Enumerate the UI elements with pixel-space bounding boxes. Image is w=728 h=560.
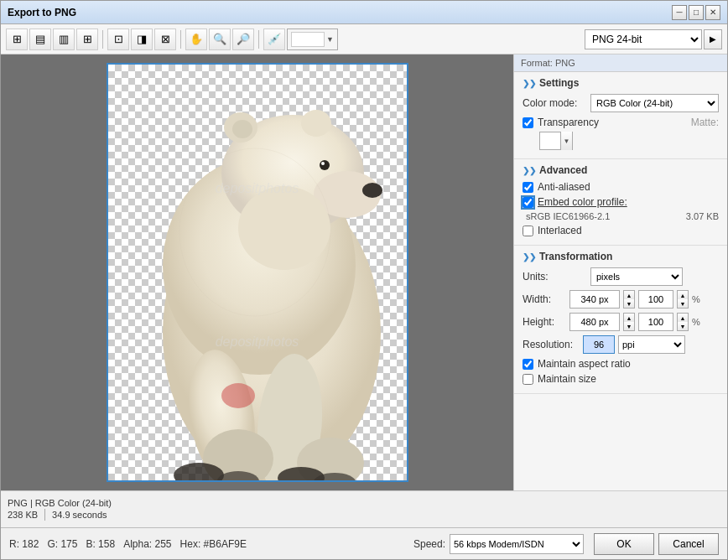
embed-color-row: Embed color profile: [523, 196, 719, 208]
fit-width-button[interactable]: ▤ [29, 29, 51, 50]
status-filesize: 238 KB [8, 510, 38, 520]
matte-color-box[interactable]: ▼ [539, 132, 573, 150]
bear-image [108, 65, 408, 482]
format-select[interactable]: PNG 24-bit [585, 29, 702, 49]
ok-button[interactable]: OK [594, 533, 654, 555]
fit-height-button[interactable]: ▥ [53, 29, 75, 50]
maintain-size-checkbox[interactable] [523, 374, 533, 385]
width-row: Width: ▲ ▼ ▲ ▼ % [523, 290, 719, 309]
status-row-1: PNG | RGB Color (24-bit) [8, 498, 720, 508]
window-title: Export to PNG [8, 7, 76, 18]
width-increment[interactable]: ▲ [624, 291, 634, 299]
matte-color-row: ▼ [539, 132, 719, 150]
format-next-button[interactable]: ▶ [704, 29, 722, 49]
status-bar: PNG | RGB Color (24-bit) 238 KB 34.9 sec… [1, 490, 727, 527]
toolbar: ⊞ ▤ ▥ ⊞ ⊡ ◨ ⊠ ✋ 🔍 🔎 💉 ▼ PNG 24-bit ▶ [1, 24, 727, 54]
srgb-label: sRGB IEC61966-2.1 [526, 211, 610, 221]
width-decrement[interactable]: ▼ [624, 299, 634, 308]
b-value: 158 [98, 538, 115, 550]
maintain-aspect-label: Maintain aspect ratio [538, 358, 631, 370]
zoom-out-button[interactable]: 🔎 [232, 29, 254, 50]
settings-collapse-icon[interactable]: ❯❯ [523, 79, 536, 88]
toolbar-sep-2 [180, 30, 181, 49]
pan-tool[interactable]: ✋ [185, 29, 207, 50]
svg-point-8 [232, 120, 252, 138]
advanced-collapse-icon[interactable]: ❯❯ [523, 166, 536, 175]
eyedropper-tool[interactable]: 💉 [263, 29, 285, 50]
matte-dropdown-arrow[interactable]: ▼ [560, 132, 572, 150]
status-row-2: 238 KB 34.9 seconds [8, 509, 720, 521]
width-label: Width: [523, 293, 566, 305]
height-input[interactable] [569, 313, 620, 331]
advanced-section: ❯❯ Advanced Anti-aliased Embed color pro… [514, 159, 727, 246]
fit-page-button[interactable]: ⊞ [6, 29, 28, 50]
transparency-row: Transparency Matte: [523, 117, 719, 128]
close-button[interactable]: ✕ [705, 5, 720, 20]
toolbar-sep-3 [258, 30, 259, 49]
height-decrement[interactable]: ▼ [624, 322, 634, 330]
title-bar: Export to PNG ─ □ ✕ [1, 1, 727, 24]
anti-aliased-row: Anti-aliased [523, 181, 719, 193]
units-select[interactable]: pixels [590, 267, 683, 286]
units-label: Units: [523, 271, 585, 283]
r-label: R: 182 [9, 538, 39, 550]
grid-button[interactable]: ⊞ [76, 29, 98, 50]
interlaced-checkbox[interactable] [523, 226, 533, 236]
width-percent-increment[interactable]: ▲ [678, 291, 688, 299]
image-container: depositphotos depositphotos [107, 63, 408, 482]
height-increment[interactable]: ▲ [624, 314, 634, 322]
width-percent-spinner: ▲ ▼ [677, 290, 689, 309]
g-value: 175 [60, 538, 77, 550]
maximize-button[interactable]: □ [689, 5, 704, 20]
height-percent-input[interactable] [638, 313, 673, 331]
speed-label: Speed: [413, 538, 445, 550]
embed-color-label: Embed color profile: [538, 196, 627, 208]
color-mode-select[interactable]: RGB Color (24-bit) [590, 94, 719, 112]
bottom-bar: R: 182 G: 175 B: 158 Alpha: 255 Hex: #B6… [1, 527, 727, 559]
cancel-button[interactable]: Cancel [658, 533, 719, 555]
transformation-title: ❯❯ Transformation [523, 251, 719, 262]
canvas-area[interactable]: depositphotos depositphotos [1, 54, 513, 490]
resolution-input[interactable] [583, 335, 615, 354]
minimize-button[interactable]: ─ [672, 5, 687, 20]
g-label: G: 175 [47, 538, 77, 550]
settings-section: ❯❯ Settings Color mode: RGB Color (24-bi… [514, 72, 727, 159]
color-mode-row: Color mode: RGB Color (24-bit) [523, 94, 719, 112]
svg-point-6 [321, 162, 325, 165]
srgb-size: 3.07 KB [686, 211, 719, 221]
color-mode-label: Color mode: [523, 97, 585, 109]
matte-label: Matte: [691, 117, 719, 128]
alpha-value: 255 [155, 538, 172, 550]
width-percent-decrement[interactable]: ▼ [678, 299, 688, 308]
zoom-in-button[interactable]: 🔍 [209, 29, 231, 50]
width-input[interactable] [569, 290, 620, 309]
interlaced-label: Interlaced [538, 225, 582, 236]
title-controls: ─ □ ✕ [672, 5, 720, 20]
settings-title: ❯❯ Settings [523, 77, 719, 89]
transparency-checkbox[interactable] [523, 117, 533, 128]
transparency-label: Transparency [538, 117, 599, 128]
preview-button[interactable]: ⊠ [154, 29, 176, 50]
color-dropdown-arrow[interactable]: ▼ [326, 35, 334, 44]
resolution-label: Resolution: [523, 339, 580, 350]
maintain-size-row: Maintain size [523, 373, 719, 385]
height-label: Height: [523, 316, 566, 328]
height-percent-increment[interactable]: ▲ [678, 314, 688, 322]
units-row: Units: pixels [523, 267, 719, 286]
embed-color-checkbox[interactable] [523, 197, 533, 208]
speed-select[interactable]: 56 kbps Modem/ISDN [450, 534, 584, 554]
srgb-row: sRGB IEC61966-2.1 3.07 KB [523, 211, 719, 221]
width-spinner: ▲ ▼ [623, 290, 635, 309]
transformation-collapse-icon[interactable]: ❯❯ [523, 252, 536, 262]
hex-label: Hex: #B6AF9E [180, 538, 247, 550]
anti-aliased-checkbox[interactable] [523, 182, 533, 193]
maintain-aspect-checkbox[interactable] [523, 359, 533, 370]
status-time: 34.9 seconds [52, 510, 107, 520]
advanced-title: ❯❯ Advanced [523, 164, 719, 176]
zoom-fit-button[interactable]: ⊡ [107, 29, 129, 50]
height-percent-decrement[interactable]: ▼ [678, 322, 688, 330]
zoom-original-button[interactable]: ◨ [131, 29, 153, 50]
hex-value: #B6AF9E [204, 538, 247, 550]
resolution-unit-select[interactable]: ppi ppcm [618, 335, 685, 354]
width-percent-input[interactable] [638, 290, 673, 309]
